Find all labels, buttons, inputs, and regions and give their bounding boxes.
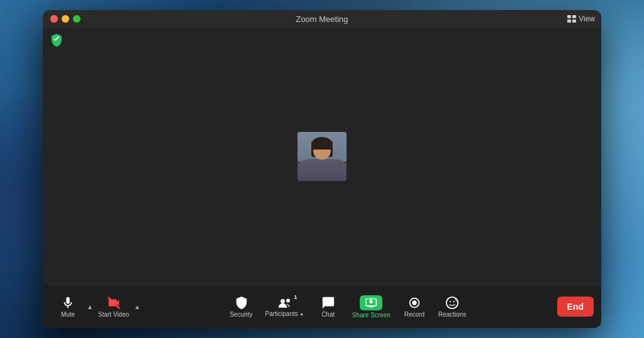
toolbar: Mute ▲ Start Video ▲ [43,285,601,328]
toolbar-right: End [552,297,594,317]
reactions-label: Reactions [438,311,466,318]
svg-point-9 [412,300,416,305]
mute-group: Mute ▲ [50,293,94,320]
video-group: Start Video ▲ [94,293,142,320]
participants-button[interactable]: 1 Participants ▲ [262,294,308,320]
mute-chevron[interactable]: ▲ [86,294,94,319]
start-video-label: Start Video [98,311,129,318]
start-video-button[interactable]: Start Video [94,293,133,320]
close-button[interactable] [50,15,58,23]
share-screen-icon-bg [360,295,382,310]
minimize-button[interactable] [62,15,69,23]
svg-rect-1 [572,15,576,18]
video-off-icon [107,296,121,310]
svg-point-5 [280,299,285,303]
maximize-button[interactable] [73,15,80,23]
end-button[interactable]: End [557,297,594,317]
window-title: Zoom Meeting [296,14,348,24]
toolbar-left: Mute ▲ Start Video ▲ [50,293,142,320]
view-icon [567,15,576,23]
participants-label-wrap: Participants ▲ [265,310,304,317]
record-button[interactable]: Record [397,293,432,320]
security-label: Security [230,311,252,318]
participants-icon-wrap: 1 [277,297,292,309]
share-screen-label: Share Screen [352,312,391,319]
title-bar: Zoom Meeting View [43,10,601,28]
participants-icon [277,297,292,309]
chat-icon [321,296,335,310]
view-button[interactable]: View [567,14,595,23]
security-icon [235,296,248,310]
participants-label: Participants [265,310,298,317]
security-button[interactable]: Security [224,293,259,320]
reactions-icon [445,296,459,310]
participants-chevron: ▲ [299,311,304,317]
svg-point-12 [453,301,455,302]
view-label: View [579,14,595,23]
chat-button[interactable]: Chat [311,293,346,320]
mic-icon [61,296,75,310]
record-label: Record [404,311,425,318]
mute-button[interactable]: Mute [50,293,86,320]
svg-rect-3 [572,19,576,23]
reactions-button[interactable]: Reactions [435,293,470,320]
toolbar-center: Security 1 Participants ▲ [142,293,552,321]
mute-label: Mute [61,311,75,318]
share-screen-button[interactable]: Share Screen [348,293,394,321]
chat-label: Chat [321,311,335,318]
participants-count: 1 [294,294,297,300]
video-thumbnail [297,132,347,181]
video-chevron[interactable]: ▲ [133,294,142,319]
meeting-area [43,28,601,285]
svg-rect-2 [567,19,571,23]
shield-icon [49,33,64,48]
svg-point-11 [450,301,451,302]
svg-rect-0 [567,15,571,18]
security-shield [49,33,64,48]
record-icon [408,296,421,310]
traffic-lights [50,15,80,23]
zoom-window: Zoom Meeting View [43,10,601,328]
share-screen-icon [365,297,377,308]
svg-point-6 [286,298,290,302]
